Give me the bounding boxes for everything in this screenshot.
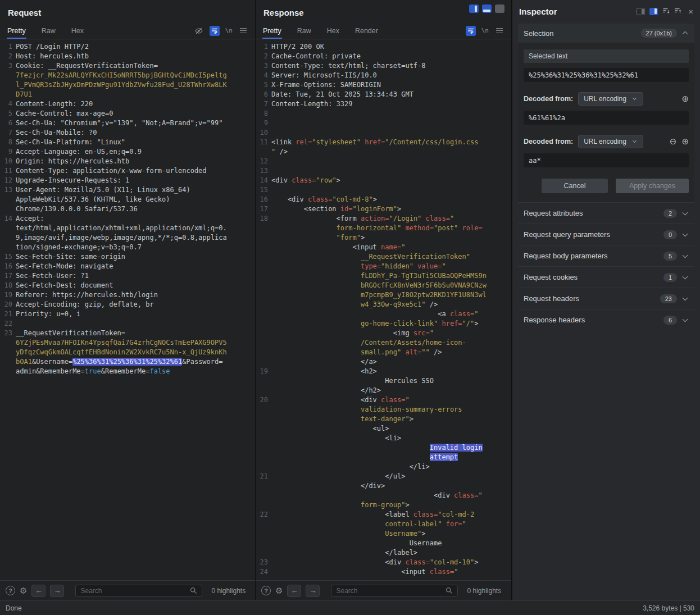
apply-changes-button[interactable]: Apply changes [616,179,689,193]
inspector-panel: Inspector × Selection 27 (0x1b) [512,0,700,600]
section-label: Request attributes [524,209,659,217]
collapse-all-icon[interactable] [674,6,681,16]
code-line: bRGOcfFcX8nVeN3r5F6bSu0VNA9CNzw [257,281,511,290]
decoded-value[interactable]: %61%61%2a [524,111,689,125]
dock-left-icon[interactable] [637,8,645,15]
code-line: 18Sec-Fetch-Dest: document [1,281,255,290]
inspector-section-request-body-parameters[interactable]: Request body parameters5 [518,245,694,266]
add-decoder-icon[interactable]: ⊕ [681,95,689,103]
tab-render[interactable]: Render [354,24,379,38]
response-search-box [331,585,458,597]
request-tab-icons: \n [194,26,248,36]
code-line: Hercules SSO [257,376,511,386]
code-line: validation-summary-errors [257,405,511,414]
layout-columns-icon[interactable] [469,4,479,13]
code-line: 7Content-Length: 3329 [257,99,511,109]
gear-icon[interactable]: ⚙ [275,586,283,595]
search-icon [446,587,453,594]
gear-icon[interactable]: ⚙ [20,586,27,595]
inspector-section-selection[interactable]: Selection 27 (0x1b) [518,24,694,43]
section-count-badge: 23 [660,294,677,303]
section-label: Request headers [524,294,656,303]
remove-decoder-icon[interactable]: ⊖ [670,138,677,146]
code-line: 15Sec-Fetch-Site: same-origin [1,252,255,262]
search-next-button[interactable]: → [50,585,64,597]
code-line: Username [257,539,511,548]
response-tab-icons: \n [466,26,504,36]
expand-all-icon[interactable] [662,6,670,16]
code-line: 14<div class="row"> [257,176,511,185]
response-toolbar: ? ⚙ ← → 0 highlights [256,580,511,600]
code-line: 16Sec-Fetch-Mode: navigate [1,262,255,271]
menu-icon[interactable] [238,26,248,36]
inspector-section-request-attributes[interactable]: Request attributes2 [518,202,694,224]
code-line: 7fezjcr_Mk22sARLQYFKxCHI5oNRRT5bpjBGHtQv… [1,71,255,80]
decoded-from-row: Decoded from:URL encoding⊖⊕ [524,135,689,148]
code-line: m7pcmpB9_yI8O2ptw2RKD1YF1U8N3wl [257,290,511,300]
eye-off-icon[interactable] [194,26,204,36]
chevron-down-icon [683,295,688,300]
code-line: 13User-Agent: Mozilla/5.0 (X11; Linux x8… [1,185,255,195]
code-line: 21Priority: u=0, i [1,309,255,319]
inspector-header: Inspector × [512,0,700,22]
word-wrap-icon[interactable] [466,26,476,36]
word-wrap-icon[interactable] [210,26,220,36]
tab-pretty[interactable]: Pretty [262,24,282,38]
newline-toggle-icon[interactable]: \n [481,27,489,34]
help-icon[interactable]: ? [6,586,15,595]
response-search-input[interactable] [336,587,442,595]
code-line: 23<div class="col-md-10"> [257,558,511,567]
dock-right-icon[interactable] [649,8,658,15]
code-line: tion/signed-exchange;v=b3;q=0.7 [1,243,255,252]
request-editor[interactable]: 1POST /Login HTTP/22Host: hercules.htb3C… [0,39,255,580]
encoding-select[interactable]: URL encoding [578,135,643,148]
search-prev-button[interactable]: ← [287,585,301,597]
encoding-select[interactable]: URL encoding [578,92,643,106]
request-toolbar: ? ⚙ ← → 0 highlights [0,580,255,600]
section-count-badge: 2 [663,209,677,218]
code-line: 3Content-Type: text/html; charset=utf-8 [257,61,511,71]
tab-pretty[interactable]: Pretty [7,24,26,38]
code-line: "form"> [257,233,511,243]
response-tab-row: PrettyRawHexRender \n [256,22,511,39]
code-line: D7U1 [1,90,255,99]
inspector-section-request-query-parameters[interactable]: Request query parameters0 [518,224,694,245]
section-label: Request body parameters [524,252,659,260]
section-count-badge: 1 [663,273,677,282]
request-title: Request [8,8,41,17]
inspector-section-response-headers[interactable]: Response headers6 [518,309,694,330]
code-line: 19<h2> [257,367,511,376]
code-line: 9,image/avif,image/webp,image/apng,*/*;q… [1,233,255,243]
section-label: Request query parameters [524,230,659,239]
decoded-value[interactable]: aa* [524,153,689,167]
layout-rows-icon[interactable] [482,4,492,13]
add-decoder-icon[interactable]: ⊕ [681,138,689,146]
request-highlights-count: 0 highlights [211,587,246,595]
tab-hex[interactable]: Hex [71,24,84,38]
cancel-button[interactable]: Cancel [542,179,608,193]
code-line: 4Server: Microsoft-IIS/10.0 [257,71,511,80]
search-next-button[interactable]: → [306,585,320,597]
search-prev-button[interactable]: ← [31,585,46,597]
menu-icon[interactable] [494,26,504,36]
inspector-section-request-cookies[interactable]: Request cookies1 [518,266,694,288]
request-panel: Request PrettyRawHex \n 1POST /Login HTT… [0,0,256,600]
chevron-down-icon [683,252,688,258]
tab-raw[interactable]: Raw [297,24,312,38]
layout-single-icon[interactable] [495,4,504,13]
tab-hex[interactable]: Hex [326,24,340,38]
close-icon[interactable]: × [688,7,693,16]
selected-text-value[interactable]: %25%36%31%25%36%31%25%32%61 [524,68,689,82]
code-line: </h2> [257,386,511,395]
code-line: __RequestVerificationToken" [257,252,511,262]
decoded-from-label: Decoded from: [524,138,573,145]
code-line: 12Upgrade-Insecure-Requests: 1 [1,176,255,185]
tab-raw[interactable]: Raw [41,24,56,38]
code-line: 22 [1,319,255,329]
selection-details: Selected text %25%36%31%25%36%31%25%32%6… [518,43,694,202]
inspector-section-request-headers[interactable]: Request headers23 [518,288,694,309]
response-editor[interactable]: 1HTTP/2 200 OK2Cache-Control: private3Co… [256,39,511,580]
help-icon[interactable]: ? [261,586,271,595]
newline-toggle-icon[interactable]: \n [225,27,233,34]
request-search-input[interactable] [80,587,187,595]
